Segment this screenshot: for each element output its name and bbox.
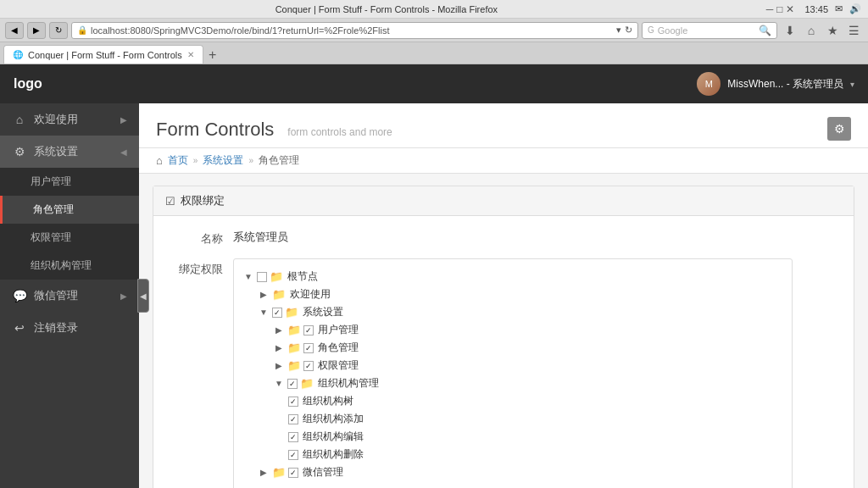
- name-row: 名称 系统管理员: [165, 230, 842, 247]
- forward-button[interactable]: ▶: [27, 22, 46, 39]
- tree-wechat: ▶ 📁 ✓ 微信管理: [258, 463, 783, 481]
- refresh-icon-addr: ↻: [625, 25, 632, 36]
- new-tab-button[interactable]: +: [203, 47, 222, 64]
- system-checkbox[interactable]: ✓: [272, 308, 282, 318]
- sidebar-welcome-label: 欢迎使用: [34, 112, 114, 127]
- sidebar-item-system[interactable]: ⚙ 系统设置 ◀: [0, 136, 139, 168]
- breadcrumb-system-link[interactable]: 系统设置: [203, 153, 243, 168]
- bind-label: 绑定权限: [165, 258, 233, 277]
- sidebar-item-org-mgmt[interactable]: 组织机构管理: [0, 252, 139, 280]
- wechat-toggle[interactable]: ▶: [258, 468, 270, 477]
- page-content: Form Controls form controls and more ⚙ ⌂…: [139, 103, 868, 488]
- system-arrow: ◀: [120, 147, 127, 157]
- system-children: ▶ 📁 ✓ 用户管理 ▶ 📁: [273, 321, 783, 463]
- org-delete-checkbox[interactable]: ✓: [288, 450, 298, 460]
- search-placeholder: Google: [654, 25, 759, 36]
- search-icon[interactable]: 🔍: [759, 25, 771, 36]
- sidebar-collapse-button[interactable]: ◀: [137, 279, 149, 313]
- role-mgmt-checkbox[interactable]: ✓: [303, 343, 314, 353]
- sidebar-item-wechat[interactable]: 💬 微信管理 ▶: [0, 280, 139, 312]
- wechat-label: 微信管理: [34, 288, 114, 303]
- tab-favicon: 🌐: [13, 50, 23, 59]
- welcome-toggle[interactable]: ▶: [258, 290, 270, 299]
- minimize-icon[interactable]: ─: [766, 3, 774, 15]
- bind-perm-row: 绑定权限 ▼ 📁 根节点: [165, 258, 842, 488]
- card-title: 权限绑定: [181, 193, 225, 208]
- sidebar-item-user-mgmt[interactable]: 用户管理: [0, 168, 139, 196]
- search-engine-flag: G: [648, 25, 654, 35]
- reload-button[interactable]: ↻: [49, 22, 68, 39]
- top-navbar: logo M MissWhen... - 系统管理员 ▾: [0, 64, 868, 103]
- org-add-label: 组织机构添加: [303, 412, 364, 426]
- tree-user-mgmt: ▶ 📁 ✓ 用户管理: [273, 321, 783, 339]
- form-card: ☑ 权限绑定 名称 系统管理员 绑定权限: [153, 186, 854, 488]
- name-label: 名称: [165, 230, 233, 247]
- tree-root: ▼ 📁 根节点: [242, 268, 783, 286]
- browser-tabs: 🌐 Conquer | Form Stuff - Form Controls ✕…: [0, 42, 868, 64]
- page-gear-button[interactable]: ⚙: [827, 117, 851, 141]
- breadcrumb-sep-2: »: [248, 156, 253, 165]
- welcome-folder-icon: 📁: [272, 288, 286, 301]
- breadcrumb-sep-1: »: [193, 156, 198, 165]
- logout-label: 注销登录: [34, 320, 127, 336]
- logo: logo: [14, 76, 42, 92]
- dropdown-arrow-addr: ▾: [616, 25, 621, 36]
- wechat-folder-icon: 📁: [272, 466, 286, 479]
- perm-mgmt-checkbox[interactable]: ✓: [303, 361, 314, 371]
- org-edit-checkbox[interactable]: ✓: [288, 432, 298, 442]
- address-bar[interactable]: 🔒 localhost:8080/SpringMVC3Demo/role/bin…: [71, 22, 638, 39]
- user-mgmt-toggle[interactable]: ▶: [273, 325, 285, 335]
- sidebar-item-perm-mgmt[interactable]: 权限管理: [0, 224, 139, 252]
- wechat-node-label: 微信管理: [303, 465, 343, 480]
- root-checkbox[interactable]: [257, 272, 267, 282]
- clock: 13:45: [804, 4, 828, 14]
- role-mgmt-toggle[interactable]: ▶: [273, 343, 285, 352]
- sidebar-item-logout[interactable]: ↩ 注销登录: [0, 312, 139, 344]
- name-value: 系统管理员: [233, 230, 288, 245]
- tab-close-button[interactable]: ✕: [187, 50, 194, 59]
- org-mgmt-children: ✓ 组织机构树 ✓ 组织机构添加: [288, 392, 783, 463]
- system-toggle[interactable]: ▼: [258, 308, 270, 317]
- user-mgmt-label: 用户管理: [31, 175, 71, 189]
- home-icon[interactable]: ⌂: [802, 22, 821, 39]
- bookmark-icon[interactable]: ★: [823, 22, 842, 39]
- maximize-icon[interactable]: □: [776, 3, 782, 15]
- perm-mgmt-toggle[interactable]: ▶: [273, 361, 285, 370]
- user-mgmt-folder-icon: 📁: [287, 324, 301, 336]
- user-mgmt-checkbox[interactable]: ✓: [303, 325, 314, 336]
- breadcrumb: ⌂ 首页 » 系统设置 » 角色管理: [139, 148, 868, 174]
- active-tab[interactable]: 🌐 Conquer | Form Stuff - Form Controls ✕: [3, 45, 203, 64]
- wechat-checkbox[interactable]: ✓: [288, 468, 298, 478]
- browser-titlebar: Conquer | Form Stuff - Form Controls - M…: [0, 0, 868, 19]
- settings-icon[interactable]: ☰: [844, 22, 863, 39]
- logout-icon: ↩: [12, 321, 27, 335]
- breadcrumb-home-link[interactable]: 首页: [168, 153, 188, 168]
- address-text: localhost:8080/SpringMVC3Demo/role/bind/…: [91, 25, 389, 36]
- welcome-node-label: 欢迎使用: [290, 287, 331, 302]
- role-mgmt-node-label: 角色管理: [318, 341, 359, 355]
- sidebar-item-welcome[interactable]: ⌂ 欢迎使用 ▶: [0, 103, 139, 136]
- root-label: 根节点: [287, 269, 318, 284]
- root-toggle[interactable]: ▼: [242, 272, 254, 281]
- search-bar[interactable]: G Google 🔍: [642, 22, 777, 39]
- org-add-checkbox[interactable]: ✓: [288, 414, 298, 424]
- wechat-icon: 💬: [12, 289, 27, 302]
- tab-label: Conquer | Form Stuff - Form Controls: [28, 50, 182, 60]
- org-mgmt-toggle[interactable]: ▼: [273, 379, 285, 388]
- card-body: 名称 系统管理员 绑定权限 ▼ 📁: [153, 216, 854, 488]
- breadcrumb-current: 角色管理: [259, 153, 299, 168]
- org-mgmt-checkbox[interactable]: ✓: [287, 379, 298, 389]
- org-edit-label: 组织机构编辑: [303, 430, 364, 444]
- close-icon[interactable]: ✕: [786, 3, 794, 15]
- breadcrumb-home-icon: ⌂: [156, 154, 163, 167]
- perm-mgmt-label: 权限管理: [31, 230, 71, 245]
- sidebar-item-role-mgmt[interactable]: 角色管理: [0, 196, 139, 224]
- user-dropdown-arrow[interactable]: ▾: [850, 80, 854, 89]
- perm-mgmt-node-label: 权限管理: [318, 358, 359, 373]
- back-button[interactable]: ◀: [5, 22, 24, 39]
- email-icon: ✉: [835, 3, 843, 14]
- org-tree-checkbox[interactable]: ✓: [288, 396, 298, 407]
- welcome-arrow: ▶: [120, 115, 127, 125]
- download-icon[interactable]: ⬇: [781, 22, 799, 39]
- user-mgmt-node-label: 用户管理: [318, 323, 359, 337]
